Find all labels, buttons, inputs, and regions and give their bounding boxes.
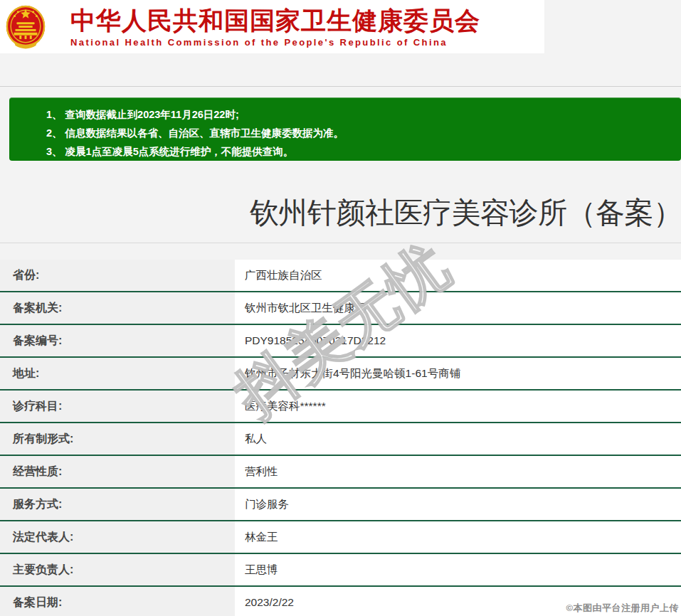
table-row: 所有制形式: 私人 [0,423,681,456]
table-row: 省份: 广西壮族自治区 [0,260,681,292]
field-label: 备案日期: [0,587,235,616]
table-row: 诊疗科目: 医疗美容科****** [0,391,681,423]
table-row: 法定代表人: 林金王 [0,521,681,554]
field-value: 钦州市子材东大街4号阳光曼哈顿1-61号商铺 [235,358,681,389]
notice-line-3: 3、 凌晨1点至凌晨5点系统进行维护，不能提供查询。 [46,142,674,161]
header-titles: 中华人民共和国国家卫生健康委员会 National Health Commiss… [70,6,480,48]
field-value: 林金王 [235,521,681,553]
table-row: 主要负责人: 王思博 [0,554,681,587]
field-label: 服务方式: [0,489,235,520]
header-divider [0,86,681,87]
field-value: PDY91852545070317D2212 [235,325,681,356]
field-label: 所有制形式: [0,423,235,455]
field-label: 地址: [0,358,235,389]
copyright-note: ©本图由平台注册用户上传 [566,602,679,615]
field-value: 门诊服务 [235,489,681,520]
field-label: 备案机关: [0,292,235,324]
field-label: 诊疗科目: [0,391,235,422]
table-row: 地址: 钦州市子材东大街4号阳光曼哈顿1-61号商铺 [0,358,681,391]
table-row: 备案机关: 钦州市钦北区卫生健康局 [0,292,681,325]
field-label: 省份: [0,260,235,291]
table-row: 经营性质: 营利性 [0,456,681,489]
field-value: 私人 [235,423,681,455]
header-title-chinese: 中华人民共和国国家卫生健康委员会 [70,6,480,35]
section-divider [0,243,681,243]
field-label: 备案编号: [0,325,235,356]
field-value: 钦州市钦北区卫生健康局 [235,292,681,324]
notice-line-1: 1、 查询数据截止到2023年11月26日22时; [46,105,674,124]
field-label: 主要负责人: [0,554,235,585]
notice-box: 1、 查询数据截止到2023年11月26日22时; 2、 信息数据结果以各省、自… [9,97,681,161]
field-value: 营利性 [235,456,681,487]
table-row: 备案编号: PDY91852545070317D2212 [0,325,681,358]
china-national-emblem-icon [5,3,46,51]
record-table: 省份: 广西壮族自治区 备案机关: 钦州市钦北区卫生健康局 备案编号: PDY9… [0,260,681,616]
notice-line-2: 2、 信息数据结果以各省、自治区、直辖市卫生健康委数据为准。 [46,124,674,142]
field-label: 法定代表人: [0,521,235,553]
table-row: 服务方式: 门诊服务 [0,489,681,521]
field-value: 医疗美容科****** [235,391,681,422]
record-title: 钦州针颜社医疗美容诊所（备案） [250,196,681,229]
field-value: 广西壮族自治区 [235,260,681,291]
field-value: 王思博 [235,554,681,585]
site-header: 中华人民共和国国家卫生健康委员会 National Health Commiss… [0,0,544,53]
field-label: 经营性质: [0,456,235,487]
header-title-english: National Health Commission of the People… [70,37,480,48]
